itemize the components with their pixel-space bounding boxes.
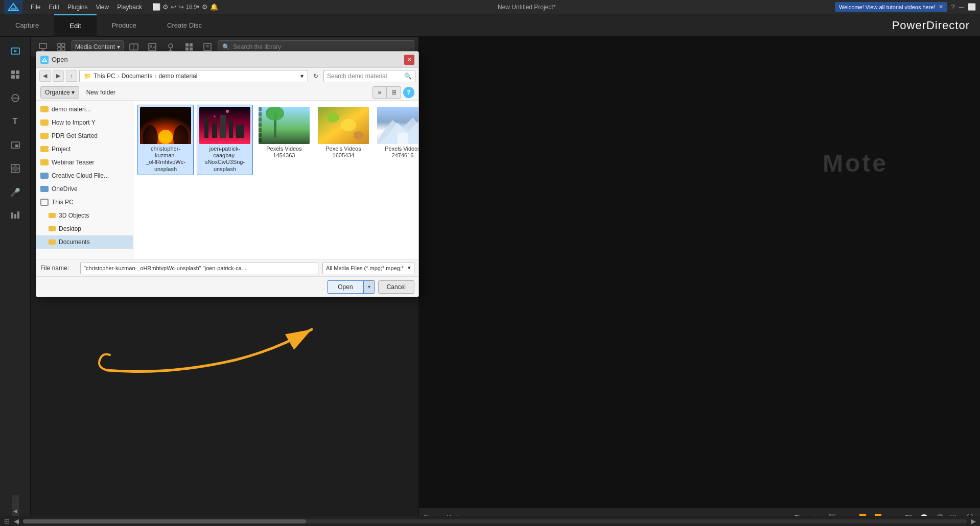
file-thumb-4[interactable]: Pexels Videos 1605434 — [315, 105, 371, 175]
nav-create-disc[interactable]: Create Disc — [152, 14, 217, 37]
file-thumb-3[interactable]: Pexels Videos 1454363 — [256, 105, 312, 175]
folder-icon — [40, 159, 49, 165]
folder-icon — [40, 106, 49, 112]
file-name-2: joen-patrick-caagbay-sNoxCwU3Sng-unsplas… — [199, 146, 250, 173]
dialog-close-button[interactable]: ✕ — [404, 55, 414, 65]
file-thumb-1[interactable]: christopher-kuzman-_oHRmhtvpWc-unsplash — [137, 105, 194, 175]
thispc-icon — [40, 199, 49, 206]
sidebar-item-thispc[interactable]: This PC — [36, 196, 133, 209]
svg-rect-60 — [259, 138, 262, 142]
svg-marker-4 — [14, 50, 17, 52]
file-thumbnail-3 — [259, 107, 310, 144]
sidebar-icon-effects[interactable] — [5, 64, 26, 85]
svg-rect-59 — [259, 133, 262, 137]
sidebar-icon-transition[interactable] — [5, 88, 26, 108]
file-open-dialog: Open ✕ ◀ ▶ ↑ 📁 This PC › Documents › dem… — [36, 51, 419, 297]
sidebar-item-pdr[interactable]: PDR Get Started — [36, 129, 133, 142]
nav-produce[interactable]: Produce — [97, 14, 152, 37]
dialog-search[interactable]: Search demo material 🔍 — [323, 70, 415, 82]
filetype-dropdown[interactable]: All Media Files (*.mpg;*.mpeg;* ▾ — [322, 262, 414, 274]
mote-watermark: Mote — [823, 149, 888, 177]
open-button-label[interactable]: Open — [328, 281, 363, 293]
menu-view[interactable]: View — [96, 4, 109, 11]
sidebar-item-3d[interactable]: 3D Objects — [36, 209, 133, 222]
toolbar-icon-1[interactable]: ⬜ — [152, 3, 160, 11]
sidebar-item-webinar[interactable]: Webinar Teaser — [36, 156, 133, 169]
sidebar-icon-media[interactable] — [5, 41, 26, 61]
path-dropdown-icon[interactable]: ▾ — [300, 73, 304, 80]
view-details-button[interactable]: ≡ — [372, 86, 387, 99]
back-button[interactable]: ◀ — [39, 70, 51, 82]
timeline-scroll-left[interactable]: ◀ — [14, 517, 19, 525]
organize-button[interactable]: Organize ▾ — [40, 86, 79, 99]
menu-playback[interactable]: Playback — [117, 4, 142, 11]
sidebar-item-demo[interactable]: demo materi... — [36, 103, 133, 116]
sidebar-icon-text[interactable]: T — [5, 111, 26, 132]
dialog-help-button[interactable]: ? — [403, 87, 414, 98]
folder-icon — [40, 146, 49, 152]
menu-file[interactable]: File — [31, 4, 40, 11]
filetype-value: All Media Files (*.mpg;*.mpeg;* — [326, 265, 404, 271]
svg-rect-46 — [220, 115, 226, 138]
file-name-5: Pexels Videos 2474616 — [377, 146, 418, 159]
sidebar-item-pdr-label: PDR Get Started — [52, 132, 98, 139]
nav-edit[interactable]: Edit — [54, 14, 96, 37]
file-thumb-2[interactable]: joen-patrick-caagbay-sNoxCwU3Sng-unsplas… — [197, 105, 253, 175]
dialog-filename-row: File name: "christopher-kuzman-_oHRmhtvp… — [36, 259, 418, 276]
main-area: T 🎤 ◀ Media Content ▾ — [0, 37, 980, 526]
help-icon[interactable]: ? — [951, 3, 955, 11]
address-path[interactable]: 📁 This PC › Documents › demo material ▾ — [79, 70, 308, 82]
maximize-icon[interactable]: ⬜ — [968, 3, 976, 11]
refresh-button[interactable]: ↻ — [310, 70, 321, 82]
svg-rect-5 — [11, 70, 15, 74]
svg-rect-57 — [259, 123, 262, 127]
toolbar-icon-settings[interactable]: ⚙ — [202, 3, 208, 11]
dialog-body: demo materi... How to Import Y PDR Get S… — [36, 101, 418, 259]
sidebar-icon-chroma[interactable] — [5, 158, 26, 179]
sidebar-icon-pip[interactable] — [5, 135, 26, 155]
tutorial-banner[interactable]: Welcome! View all tutorial videos here! … — [835, 2, 947, 12]
tutorial-text: Welcome! View all tutorial videos here! — [839, 4, 936, 10]
sidebar-icon-audio[interactable]: 🎤 — [5, 182, 26, 202]
svg-point-40 — [158, 130, 173, 144]
up-button[interactable]: ↑ — [66, 70, 77, 82]
filename-input[interactable]: "christopher-kuzman-_oHRmhtvpWc-unsplash… — [80, 262, 318, 274]
nav-capture[interactable]: Capture — [0, 14, 54, 37]
sidebar-item-documents[interactable]: Documents — [36, 235, 133, 249]
bottom-bar-icon[interactable]: ⊞ — [4, 517, 10, 525]
sidebar-item-desktop[interactable]: Desktop — [36, 222, 133, 235]
open-button[interactable]: Open ▾ — [327, 280, 375, 294]
file-thumb-5[interactable]: Pexels Videos 2474616 — [375, 105, 418, 175]
sidebar-item-onedrive[interactable]: OneDrive — [36, 182, 133, 196]
subfolder-icon — [49, 226, 56, 231]
dialog-title: Open — [52, 56, 401, 63]
timeline-scrollbar[interactable] — [23, 519, 967, 523]
sidebar-item-project-label: Project — [52, 146, 71, 153]
toolbar-icon-2[interactable]: ⚙ — [162, 3, 169, 11]
new-folder-button[interactable]: New folder — [81, 86, 121, 99]
sidebar-item-project[interactable]: Project — [36, 142, 133, 156]
menu-plugins[interactable]: Plugins — [67, 4, 87, 11]
svg-rect-15 — [14, 214, 16, 219]
tutorial-close-icon[interactable]: ✕ — [939, 4, 943, 10]
sidebar-item-howto[interactable]: How to Import Y — [36, 116, 133, 129]
toolbar-icon-4[interactable]: ↪ — [178, 3, 184, 11]
sidebar-item-webinar-label: Webinar Teaser — [52, 159, 95, 166]
forward-button[interactable]: ▶ — [53, 70, 64, 82]
sidebar-icon-timeline[interactable] — [5, 205, 26, 226]
svg-rect-48 — [236, 125, 244, 138]
view-large-icons-button[interactable]: ⊞ — [387, 86, 401, 99]
path-folder-icon: 📁 — [84, 73, 91, 80]
svg-rect-2 — [11, 8, 16, 11]
sidebar-item-cc[interactable]: Creative Cloud File... — [36, 169, 133, 182]
svg-rect-14 — [11, 212, 13, 219]
cancel-button[interactable]: Cancel — [378, 280, 414, 294]
toolbar-icon-notif[interactable]: 🔔 — [210, 3, 218, 11]
dialog-action-row: Open ▾ Cancel — [36, 276, 418, 297]
open-button-dropdown[interactable]: ▾ — [363, 281, 375, 293]
timeline-scroll-right[interactable]: ▶ — [971, 517, 976, 525]
menu-edit[interactable]: Edit — [49, 4, 59, 11]
minimize-icon[interactable]: ─ — [959, 3, 964, 11]
top-menu-bar: File Edit Plugins View Playback ⬜ ⚙ ↩ ↪ … — [0, 0, 980, 14]
toolbar-icon-3[interactable]: ↩ — [171, 3, 176, 11]
